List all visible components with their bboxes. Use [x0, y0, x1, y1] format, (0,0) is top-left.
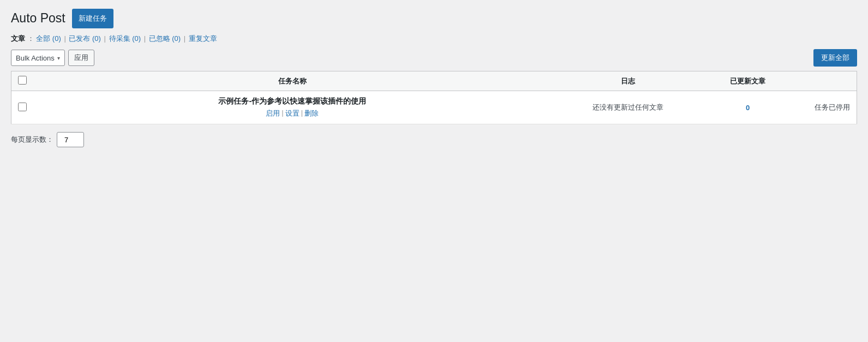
row-name-cell: 示例任务-作为参考以快速掌握该插件的使用 启用 | 设置 | 删除 [33, 91, 552, 124]
chevron-down-icon: ▾ [57, 55, 60, 61]
tasks-table: 任务名称 日志 已更新文章 示例任务-作为参考以快速掌握该插件的使用 启用 | … [11, 71, 857, 124]
new-task-button[interactable]: 新建任务 [72, 9, 113, 28]
toolbar: Bulk Actions ▾ 应用 更新全部 [11, 49, 857, 67]
task-name: 示例任务-作为参考以快速掌握该插件的使用 [40, 97, 545, 106]
th-updated: 已更新文章 [704, 71, 792, 91]
table-header: 任务名称 日志 已更新文章 [11, 71, 857, 91]
table-body: 示例任务-作为参考以快速掌握该插件的使用 启用 | 设置 | 删除 还没有更新过… [11, 91, 857, 124]
task-actions: 启用 | 设置 | 删除 [40, 109, 545, 118]
row-log-cell: 还没有更新过任何文章 [552, 91, 704, 124]
filter-label: 文章 [11, 34, 25, 43]
th-checkbox [11, 71, 34, 91]
row-updated-cell: 0 [704, 91, 792, 124]
filter-published[interactable]: 已发布 (0) [69, 34, 101, 43]
page-header: Auto Post 新建任务 [11, 9, 857, 28]
log-text: 还没有更新过任何文章 [592, 103, 663, 111]
table-row: 示例任务-作为参考以快速掌握该插件的使用 启用 | 设置 | 删除 还没有更新过… [11, 91, 857, 124]
page-size-label: 每页显示数： [11, 135, 53, 145]
th-name: 任务名称 [33, 71, 552, 91]
toolbar-left: Bulk Actions ▾ 应用 [11, 50, 94, 66]
filter-bar: 文章 ： 全部 (0) | 已发布 (0) | 待采集 (0) | 已忽略 (0… [11, 34, 857, 44]
bulk-actions-dropdown[interactable]: Bulk Actions ▾ [11, 50, 65, 66]
filter-duplicate[interactable]: 重复文章 [189, 34, 217, 43]
filter-colon: ： [27, 34, 34, 43]
filter-ignored[interactable]: 已忽略 (0) [149, 34, 181, 43]
filter-pending[interactable]: 待采集 (0) [109, 34, 141, 43]
filter-all[interactable]: 全部 (0) [36, 34, 61, 43]
row-checkbox-cell [11, 91, 34, 124]
delete-link[interactable]: 删除 [304, 109, 319, 118]
th-log: 日志 [552, 71, 704, 91]
th-status [792, 71, 857, 91]
enable-link[interactable]: 启用 [266, 109, 280, 118]
apply-button[interactable]: 应用 [68, 50, 94, 66]
settings-link[interactable]: 设置 [285, 109, 300, 118]
select-all-checkbox[interactable] [18, 76, 27, 85]
update-all-button[interactable]: 更新全部 [813, 49, 857, 67]
page-size-input[interactable] [57, 132, 84, 147]
row-status-cell: 任务已停用 [792, 91, 857, 124]
task-status: 任务已停用 [815, 103, 850, 111]
bulk-actions-select[interactable]: Bulk Actions [16, 54, 55, 62]
page-size-bar: 每页显示数： [11, 132, 857, 147]
row-checkbox[interactable] [18, 103, 27, 111]
page-title: Auto Post [11, 10, 65, 27]
updated-count: 0 [746, 104, 750, 112]
